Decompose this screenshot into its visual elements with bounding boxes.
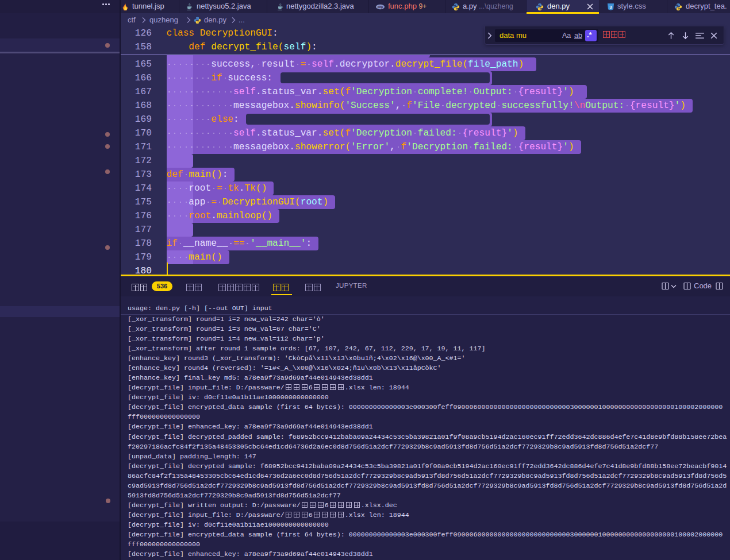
svg-text:php: php xyxy=(378,5,383,9)
svg-text:3: 3 xyxy=(609,4,612,9)
